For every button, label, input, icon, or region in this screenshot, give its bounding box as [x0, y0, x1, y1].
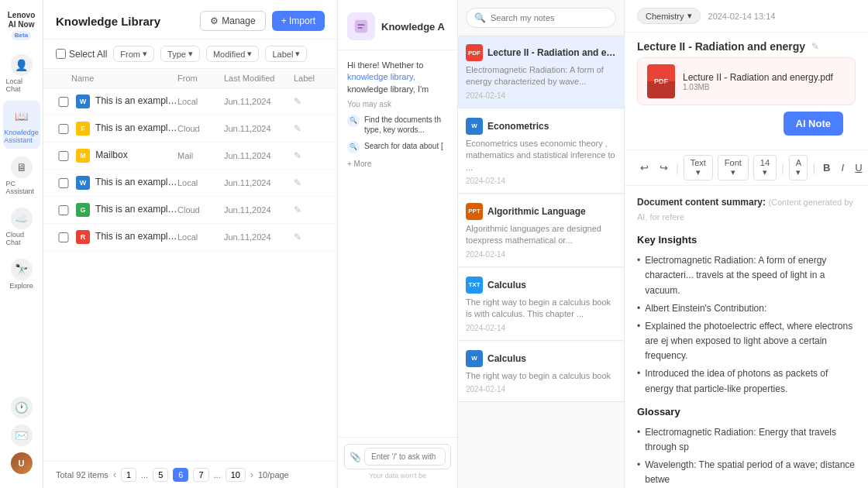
edit-icon[interactable]: ✎	[294, 232, 325, 242]
sidebar-item-pc-assistant[interactable]: 🖥 PC Assistant	[3, 152, 40, 200]
suggestion-item[interactable]: 🔍 Search for data about [	[347, 141, 448, 153]
underline-button[interactable]: U	[852, 160, 865, 175]
edit-icon[interactable]: ✎	[294, 177, 325, 188]
edit-icon[interactable]: ✎	[294, 123, 325, 134]
modified-filter[interactable]: Modified ▾	[206, 46, 260, 62]
chat-input-area: 📎 Your data won't be	[338, 437, 457, 488]
chat-input-wrapper: 📎	[344, 444, 451, 469]
knowledge-library-panel: Knowledge Library ⚙ Manage + Import Sele…	[43, 0, 338, 488]
page-btn-10[interactable]: 10	[226, 468, 246, 482]
file-type-icon: G	[76, 203, 90, 217]
font-size-btn[interactable]: 14 ▾	[753, 155, 777, 180]
file-name: W This is an example file	[71, 176, 177, 190]
next-page[interactable]: ›	[250, 469, 253, 480]
select-all[interactable]: Select All	[56, 49, 107, 60]
table-row[interactable]: R This is an example file Local Jun.11,2…	[43, 224, 337, 251]
bullet-item: • Albert Einstein's Contribution:	[637, 301, 856, 316]
ai-note-button[interactable]: AI Note	[784, 112, 844, 136]
edit-icon[interactable]: ✎	[294, 204, 325, 215]
summary-label: Document content summary: (Content gener…	[637, 195, 856, 225]
suggestion-icon: 🔍	[347, 115, 360, 127]
list-item[interactable]: PPT Algorithmic Language Algorithmic lan…	[458, 195, 624, 267]
import-button[interactable]: + Import	[272, 11, 325, 31]
row-checkbox[interactable]	[56, 178, 71, 188]
text-style-btn[interactable]: Text ▾	[684, 155, 713, 180]
chat-link[interactable]: knowledge library,	[347, 72, 415, 81]
sidebar-item-cloud-chat[interactable]: ☁️ Cloud Chat	[3, 203, 40, 251]
user-avatar[interactable]: U	[11, 452, 33, 474]
search-box: 🔍	[466, 8, 616, 28]
lecture-title-row: Lecture II - Radiation and energy ✎	[625, 33, 868, 57]
edit-icon[interactable]: ✎	[294, 96, 325, 107]
note-header: PDF Lecture II - Radiation and ene...	[466, 44, 616, 61]
italic-button[interactable]: I	[839, 160, 848, 175]
row-checkbox[interactable]	[56, 151, 71, 161]
undo-button[interactable]: ↩	[637, 160, 652, 175]
label-filter[interactable]: Label ▾	[265, 46, 307, 62]
table-row[interactable]: F This is an example file Cloud Jun.11,2…	[43, 115, 337, 143]
note-date: 2024-02-14	[466, 385, 616, 393]
mail-icon[interactable]: ✉️	[11, 424, 33, 446]
bold-button[interactable]: B	[820, 160, 833, 175]
page-btn-7[interactable]: 7	[193, 468, 208, 482]
prev-page[interactable]: ‹	[113, 469, 116, 480]
search-input[interactable]	[491, 13, 608, 22]
file-date: Jun.11,2024	[224, 178, 294, 187]
edit-icon[interactable]: ✎	[294, 150, 325, 161]
redo-button[interactable]: ↪	[656, 160, 671, 175]
font-btn[interactable]: Font ▾	[718, 155, 749, 180]
note-type-badge: PPT	[466, 203, 483, 220]
word-icon: W	[76, 176, 90, 190]
table-row[interactable]: W This is an example file Local Jun.11,2…	[43, 170, 337, 197]
bullet-item: • Electromagnetic Radiation: A form of e…	[637, 253, 856, 298]
from-filter[interactable]: From ▾	[113, 46, 154, 62]
ellipsis: ...	[141, 470, 148, 479]
row-checkbox[interactable]	[56, 232, 71, 242]
note-title: Econometrics	[487, 121, 549, 132]
manage-button[interactable]: ⚙ Manage	[200, 11, 265, 31]
sidebar-item-explore[interactable]: 🔭 Explore	[3, 254, 40, 294]
color-btn[interactable]: A ▾	[789, 155, 808, 180]
chat-input[interactable]	[364, 448, 446, 466]
pc-icon: 🖥	[11, 156, 33, 178]
note-date: 2024-02-14	[466, 324, 616, 332]
file-name: W This is an example file	[71, 95, 177, 108]
note-title: Algorithmic Language	[487, 206, 586, 217]
page-btn-5[interactable]: 5	[153, 468, 168, 482]
suggestion-item[interactable]: 🔍 Find the documents th type, key words.…	[347, 115, 448, 135]
list-item[interactable]: W Calculus The right way to begin a calc…	[458, 342, 624, 402]
chevron-down-icon: ▾	[143, 49, 147, 59]
list-item[interactable]: W Econometrics Econometrics uses economi…	[458, 110, 624, 194]
row-checkbox[interactable]	[56, 205, 71, 215]
table-row[interactable]: W This is an example file Local Jun.11,2…	[43, 88, 337, 115]
row-checkbox[interactable]	[56, 124, 71, 134]
table-row[interactable]: M Mailbox Mail Jun.11,2024 ✎	[43, 143, 337, 170]
file-date: Jun.11,2024	[224, 151, 294, 160]
type-filter[interactable]: Type ▾	[160, 46, 200, 62]
table-row[interactable]: G This is an example file Cloud Jun.11,2…	[43, 197, 337, 224]
sidebar-item-local-chat[interactable]: 👤 Local Chat	[3, 50, 40, 98]
file-source: Local	[177, 178, 224, 187]
select-all-checkbox[interactable]	[56, 49, 66, 59]
row-checkbox[interactable]	[56, 97, 71, 107]
list-item[interactable]: TXT Calculus The right way to begin a ca…	[458, 269, 624, 341]
file-list: W This is an example file Local Jun.11,2…	[43, 88, 337, 461]
edit-title-icon[interactable]: ✎	[811, 41, 819, 52]
chevron-down-icon: ▾	[687, 11, 692, 21]
chemistry-tag[interactable]: Chemistry ▾	[637, 8, 701, 24]
more-button[interactable]: + More	[347, 160, 448, 168]
file-source: Cloud	[177, 124, 224, 133]
list-item[interactable]: PDF Lecture II - Radiation and ene... El…	[458, 36, 624, 108]
page-btn-6[interactable]: 6	[173, 468, 188, 482]
page-btn-1[interactable]: 1	[121, 468, 136, 482]
ai-note-btn-row: AI Note	[625, 112, 868, 149]
file-date: Jun.11,2024	[224, 232, 294, 242]
attachment-icon[interactable]: 📎	[350, 452, 361, 462]
bullet-item: • Explained the photoelectric effect, wh…	[637, 319, 856, 364]
history-icon[interactable]: 🕐	[11, 397, 33, 418]
sidebar-item-knowledge[interactable]: 📖 KnowledgeAssistant	[3, 101, 40, 149]
note-type-badge: TXT	[466, 277, 483, 294]
pdf-attachment[interactable]: PDF Lecture II - Radiation and energy.pd…	[637, 57, 856, 105]
note-preview: Econometrics uses economic theory , math…	[466, 138, 616, 174]
bullet-item: • Introduced the idea of photons as pack…	[637, 366, 856, 396]
